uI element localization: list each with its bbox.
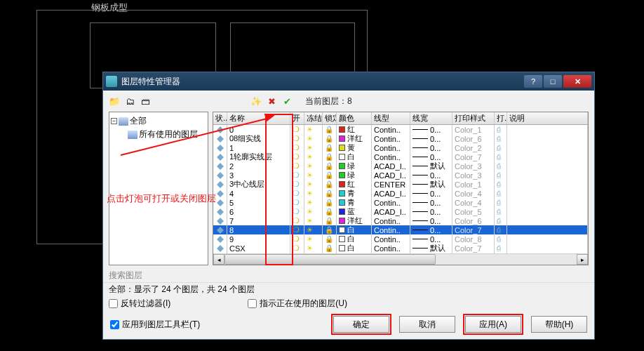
indicate-in-use-checkbox[interactable]: 指示正在使用的图层(U) [248, 298, 347, 310]
ok-button[interactable]: 确定 [333, 316, 389, 333]
lock-icon[interactable]: 🔒 [325, 135, 333, 143]
filter-tree[interactable]: − 全部 所有使用的图层 [109, 112, 208, 265]
printer-icon[interactable]: ⎙ [497, 244, 501, 252]
apply-to-toolbar-checkbox[interactable]: 应用到图层工具栏(T) [110, 319, 333, 331]
layer-row[interactable]: 08细实线❍☀🔒洋红Contin..0...Color_6⎙ [213, 134, 588, 143]
layer-lineweight[interactable]: 默认 [410, 244, 452, 253]
lock-icon[interactable]: 🔒 [325, 126, 333, 133]
printer-icon[interactable]: ⎙ [497, 144, 501, 152]
layer-color[interactable]: 白 [337, 244, 372, 253]
layer-linetype[interactable]: Contin.. [372, 134, 410, 143]
hscrollbar[interactable]: ◂ ▸ [213, 253, 588, 265]
layer-row[interactable]: 1轮廓实线层❍☀🔒白Contin..0...Color_7⎙ [213, 152, 588, 161]
layer-desc[interactable] [507, 125, 588, 134]
layer-plotstyle[interactable]: Color_8 [452, 234, 495, 244]
layer-plotstyle[interactable]: Color_7 [452, 225, 495, 234]
layer-linetype[interactable]: ACAD_I.. [372, 207, 410, 216]
layer-lineweight[interactable]: 0... [410, 189, 452, 198]
layer-color[interactable]: 洋红 [337, 134, 372, 143]
printer-icon[interactable]: ⎙ [497, 199, 501, 206]
search-layer[interactable]: 搜索图层 [103, 268, 594, 282]
layer-color[interactable]: 红 [337, 125, 372, 134]
layer-color[interactable]: 青 [337, 189, 372, 198]
layer-plotstyle[interactable]: Color_4 [452, 189, 495, 198]
layer-desc[interactable] [507, 244, 588, 253]
layer-plotstyle[interactable]: Color_1 [452, 180, 495, 189]
set-current-icon[interactable]: ✔ [281, 96, 293, 107]
lock-icon[interactable]: 🔒 [325, 153, 333, 161]
sun-icon[interactable]: ☀ [307, 208, 313, 216]
lock-icon[interactable]: 🔒 [325, 171, 333, 179]
layer-plotstyle[interactable]: Color_6 [452, 134, 495, 143]
lightbulb-icon[interactable]: ❍ [293, 180, 300, 189]
tree-child[interactable]: 所有使用的图层 [111, 128, 206, 141]
col-color[interactable]: 颜色 [337, 112, 372, 124]
layer-lineweight[interactable]: 0... [410, 216, 452, 225]
layer-row[interactable]: CSX❍☀🔒白Contin..默认Color_7⎙ [213, 244, 588, 253]
printer-icon[interactable]: ⎙ [497, 235, 501, 243]
lock-icon[interactable]: 🔒 [325, 190, 333, 197]
layer-row[interactable]: 6❍☀🔒蓝ACAD_I..0...Color_5⎙ [213, 207, 588, 216]
layer-linetype[interactable]: Contin.. [372, 234, 410, 244]
layer-desc[interactable] [507, 143, 588, 152]
layer-desc[interactable] [507, 161, 588, 171]
lock-icon[interactable]: 🔒 [325, 244, 333, 252]
layer-linetype[interactable]: Contin.. [372, 143, 410, 152]
grid-body[interactable]: 0❍☀🔒红Contin..0...Color_1⎙08细实线❍☀🔒洋红Conti… [213, 125, 588, 253]
lightbulb-icon[interactable]: ❍ [293, 143, 300, 152]
grid-header[interactable]: 状.. 名称 开 冻结 锁定 颜色 线型 线宽 打印样式 打.. 说明 [213, 112, 588, 125]
col-freeze[interactable]: 冻结 [304, 112, 323, 124]
new-layer-icon[interactable]: ✨ [250, 96, 262, 107]
printer-icon[interactable]: ⎙ [497, 171, 501, 179]
layer-row[interactable]: 3中心线层❍☀🔒红CENTER默认Color_1⎙ [213, 180, 588, 189]
layer-lineweight[interactable]: 默认 [410, 161, 452, 171]
col-lock[interactable]: 锁定 [323, 112, 337, 124]
close-button[interactable]: ✕ [563, 75, 591, 88]
layer-lineweight[interactable]: 默认 [410, 180, 452, 189]
layer-color[interactable]: 绿 [337, 171, 372, 180]
layer-row[interactable]: 0❍☀🔒红Contin..0...Color_1⎙ [213, 125, 588, 134]
layer-row[interactable]: 2❍☀🔒绿ACAD_I..默认Color_3⎙ [213, 161, 588, 171]
printer-icon[interactable]: ⎙ [497, 180, 501, 188]
layer-plotstyle[interactable]: Color_7 [452, 244, 495, 253]
new-filter-icon[interactable]: 📁 [109, 96, 120, 107]
layer-color[interactable]: 白 [337, 225, 372, 234]
layer-plotstyle[interactable]: Color_2 [452, 143, 495, 152]
help-button[interactable]: ? [524, 75, 542, 88]
layer-desc[interactable] [507, 134, 588, 143]
col-desc[interactable]: 说明 [507, 112, 588, 124]
printer-icon[interactable]: ⎙ [497, 126, 501, 133]
layer-color[interactable]: 黄 [337, 143, 372, 152]
lightbulb-icon[interactable]: ❍ [293, 225, 300, 234]
sun-icon[interactable]: ☀ [307, 144, 313, 152]
lightbulb-icon[interactable]: ❍ [293, 234, 300, 244]
layer-lineweight[interactable]: 0... [410, 207, 452, 216]
layer-linetype[interactable]: Contin.. [372, 225, 410, 234]
titlebar[interactable]: 图层特性管理器 ? □ ✕ [103, 72, 594, 91]
col-plotstyle[interactable]: 打印样式 [452, 112, 495, 124]
layer-row[interactable]: 8❍☀🔒白Contin..0...Color_7⎙ [213, 225, 588, 234]
layer-desc[interactable] [507, 180, 588, 189]
lock-icon[interactable]: 🔒 [325, 235, 333, 243]
layer-desc[interactable] [507, 207, 588, 216]
layer-linetype[interactable]: CENTER [372, 180, 410, 189]
layer-linetype[interactable]: ACAD_I.. [372, 171, 410, 180]
invert-filter-checkbox[interactable]: 反转过滤器(I) [109, 298, 170, 310]
maximize-button[interactable]: □ [544, 75, 562, 88]
sun-icon[interactable]: ☀ [307, 162, 313, 170]
sun-icon[interactable]: ☀ [307, 171, 313, 179]
layer-plotstyle[interactable]: Color_4 [452, 198, 495, 207]
layer-lineweight[interactable]: 0... [410, 234, 452, 244]
printer-icon[interactable]: ⎙ [497, 190, 501, 197]
layer-row[interactable]: 5❍☀🔒青Contin..0...Color_4⎙ [213, 198, 588, 207]
layer-plotstyle[interactable]: Color_1 [452, 125, 495, 134]
sun-icon[interactable]: ☀ [307, 153, 313, 161]
layer-lineweight[interactable]: 0... [410, 143, 452, 152]
tree-root[interactable]: − 全部 [111, 114, 206, 128]
layer-desc[interactable] [507, 171, 588, 180]
lightbulb-icon[interactable]: ❍ [293, 134, 300, 143]
sun-icon[interactable]: ☀ [307, 226, 313, 234]
printer-icon[interactable]: ⎙ [497, 226, 501, 234]
lightbulb-icon[interactable]: ❍ [293, 244, 300, 253]
lightbulb-icon[interactable]: ❍ [293, 161, 300, 171]
